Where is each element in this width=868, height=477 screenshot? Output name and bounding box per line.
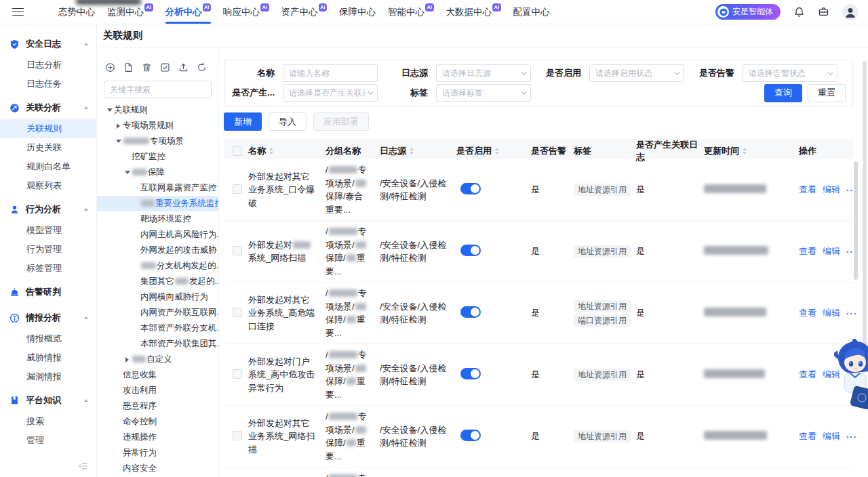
caret-down-icon[interactable] <box>105 108 114 112</box>
sidebar-section-header[interactable]: 关联分析 <box>0 96 96 119</box>
tree-node[interactable]: 内容安全 <box>97 461 218 476</box>
tree-node[interactable]: 挖矿监控 <box>97 149 218 165</box>
sort-icon[interactable] <box>410 148 414 154</box>
sidebar-section-header[interactable]: 安全日志 <box>0 33 96 56</box>
produce-log-filter-select[interactable]: 请选择是否产生关联日志 <box>283 84 378 102</box>
name-filter-input[interactable] <box>283 64 378 82</box>
tree-node[interactable]: 命令控制 <box>97 414 218 430</box>
upload-icon[interactable] <box>178 62 189 72</box>
collapse-sidebar-icon[interactable] <box>78 462 87 470</box>
sidebar-item[interactable]: 漏洞情报 <box>0 367 96 386</box>
caret-right-icon[interactable] <box>123 357 132 362</box>
tree-node[interactable]: 异常行为 <box>97 445 218 461</box>
tree-node[interactable]: 靶场环境监控 <box>97 211 218 227</box>
sidebar-item[interactable]: 行为管理 <box>0 240 96 259</box>
nav-tab[interactable]: 监测中心AI <box>101 0 159 24</box>
sidebar-item[interactable]: 搜索 <box>0 412 96 431</box>
tree-node[interactable]: 关联规则 <box>97 102 218 118</box>
view-link[interactable]: 查看 <box>799 184 816 196</box>
deploy-button[interactable]: 应用部署 <box>313 112 369 131</box>
sidebar-item[interactable]: 观察列表 <box>0 176 96 195</box>
add-button[interactable]: 新增 <box>224 112 262 131</box>
sidebar-section-header[interactable]: 平台知识 <box>0 389 96 412</box>
edit-link[interactable]: 编辑 <box>823 245 840 257</box>
sort-icon[interactable] <box>743 148 747 154</box>
add-circle-icon[interactable] <box>105 62 115 72</box>
user-avatar[interactable] <box>842 4 859 20</box>
sidebar-item[interactable]: 情报概览 <box>0 329 96 348</box>
tree-node[interactable]: 内网横向威胁行为 <box>97 289 218 305</box>
select-all-checkbox[interactable] <box>233 146 242 156</box>
sidebar-section-header[interactable]: 告警研判 <box>0 281 96 304</box>
nav-tab[interactable]: 资产中心AI <box>275 0 334 24</box>
view-link[interactable]: 查看 <box>799 430 816 442</box>
tree-node[interactable]: 恶意程序 <box>97 398 218 414</box>
sort-icon[interactable] <box>269 148 273 154</box>
sidebar-item[interactable]: 日志任务 <box>0 75 96 94</box>
sidebar-item[interactable]: 关联规则 <box>0 119 96 138</box>
view-link[interactable]: 查看 <box>799 369 816 381</box>
enabled-filter-select[interactable]: 请选择启用状态 <box>589 64 684 82</box>
tree-node[interactable]: 攻击利用 <box>97 383 218 398</box>
tree-node[interactable]: 内网资产外联互联网... <box>97 305 218 320</box>
caret-down-icon[interactable] <box>114 140 123 143</box>
enable-toggle[interactable] <box>460 306 481 318</box>
sidebar-item[interactable]: 模型管理 <box>0 221 96 240</box>
assistant-mascot[interactable] <box>834 339 868 409</box>
row-checkbox[interactable] <box>233 184 242 194</box>
nav-tab[interactable]: 保障中心 <box>333 0 382 24</box>
import-button[interactable]: 导入 <box>269 112 307 131</box>
sidebar-item[interactable]: 管理 <box>0 431 96 450</box>
nav-tab[interactable]: 分析中心AI <box>159 0 218 24</box>
enable-toggle[interactable] <box>460 368 481 379</box>
caret-right-icon[interactable] <box>114 123 123 129</box>
more-actions-link[interactable]: ··· <box>846 432 857 442</box>
edit-link[interactable]: 编辑 <box>823 430 840 442</box>
sidebar-item[interactable]: 日志分析 <box>0 56 96 75</box>
logsource-filter-select[interactable]: 请选择日志源 <box>436 64 531 82</box>
ai-agent-pill[interactable]: 安星智能体 <box>715 4 781 20</box>
caret-down-icon[interactable] <box>123 171 132 174</box>
sort-icon[interactable] <box>495 148 499 154</box>
view-link[interactable]: 查看 <box>799 307 816 319</box>
nav-tab[interactable]: 大数据中心AI <box>440 0 507 24</box>
sidebar-item[interactable]: 规则白名单 <box>0 157 96 176</box>
page-scrollbar[interactable] <box>863 61 867 373</box>
notifications-bell-icon[interactable] <box>793 6 805 18</box>
tree-node[interactable]: 分支机构发起的... <box>97 258 218 274</box>
enable-toggle[interactable] <box>460 245 481 256</box>
tree-node[interactable]: 内网主机高风险行为... <box>97 227 218 243</box>
tree-node[interactable]: 外网发起的攻击威胁 <box>97 243 218 258</box>
sidebar-item[interactable]: 标签管理 <box>0 259 96 278</box>
apps-toolbox-icon[interactable] <box>818 6 829 18</box>
nav-tab[interactable]: 态势中心 <box>52 0 101 24</box>
tree-node[interactable]: 集团其它发起的... <box>97 274 218 289</box>
nav-tab[interactable]: 响应中心AI <box>217 0 275 24</box>
tree-node[interactable]: 专项场景 <box>97 133 218 149</box>
tree-node[interactable]: 本部资产外联集团其... <box>97 336 218 352</box>
tree-node[interactable]: 自定义 <box>97 352 218 367</box>
sidebar-item[interactable]: 历史关联 <box>0 138 96 157</box>
nav-tab[interactable]: 配置中心 <box>507 0 556 24</box>
tags-filter-select[interactable]: 请选择标签 <box>436 84 531 102</box>
delete-icon[interactable] <box>142 62 152 72</box>
row-checkbox[interactable] <box>233 431 242 440</box>
enable-toggle[interactable] <box>460 430 481 441</box>
more-actions-link[interactable]: ··· <box>846 308 857 318</box>
sidebar-item[interactable]: 威胁情报 <box>0 348 96 367</box>
tree-node[interactable]: 本部资产外联分支机... <box>97 320 218 336</box>
tree-node[interactable]: 信息收集 <box>97 367 218 383</box>
reset-button[interactable]: 重置 <box>808 84 846 102</box>
table-scrollbar[interactable] <box>854 161 858 280</box>
row-checkbox[interactable] <box>233 246 242 255</box>
view-link[interactable]: 查看 <box>799 245 816 257</box>
tree-node[interactable]: 重要业务系统监控 <box>97 196 218 211</box>
sidebar-section-header[interactable]: 行为分析 <box>0 198 96 221</box>
row-checkbox[interactable] <box>233 308 242 317</box>
edit-link[interactable]: 编辑 <box>823 184 840 196</box>
alert-filter-select[interactable]: 请选择告警状态 <box>743 64 837 82</box>
tree-node[interactable]: 保障 <box>97 165 218 180</box>
new-file-icon[interactable] <box>123 62 134 72</box>
enable-toggle[interactable] <box>460 183 481 194</box>
nav-tab[interactable]: 智能中心AI <box>382 0 440 24</box>
